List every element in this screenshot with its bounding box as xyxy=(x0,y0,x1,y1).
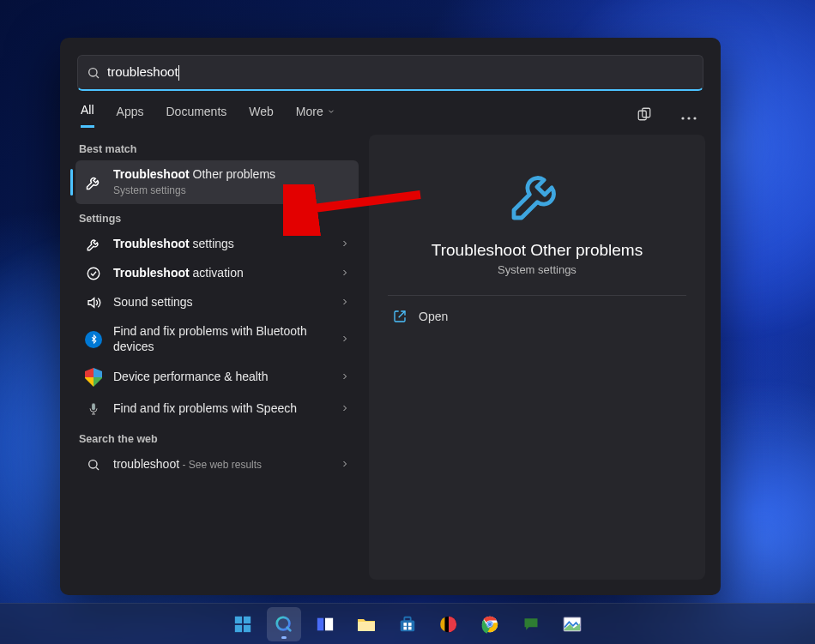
check-circle-icon xyxy=(84,266,103,281)
svg-line-1 xyxy=(96,75,99,78)
app-link-icon xyxy=(637,106,652,122)
svg-rect-24 xyxy=(401,620,415,631)
result-best-match[interactable]: Troubleshoot Other problems System setti… xyxy=(75,160,359,204)
svg-line-13 xyxy=(96,467,99,470)
svg-point-7 xyxy=(88,268,100,280)
result-troubleshoot-activation[interactable]: Troubleshoot activation xyxy=(75,259,359,288)
preview-title: Troubleshoot Other problems xyxy=(432,241,643,260)
svg-line-20 xyxy=(287,627,291,630)
chevron-right-icon xyxy=(340,457,350,472)
open-external-icon xyxy=(393,310,407,323)
divider xyxy=(388,295,686,296)
results-list: Best match Troubleshoot Other problems S… xyxy=(75,135,359,580)
search-quick-app-button[interactable] xyxy=(633,103,655,128)
chevron-right-icon xyxy=(340,295,350,310)
wrench-icon xyxy=(84,237,103,252)
wrench-icon xyxy=(506,164,568,229)
svg-rect-22 xyxy=(325,617,333,630)
search-options-button[interactable] xyxy=(678,105,700,126)
task-view-icon xyxy=(316,615,335,634)
speaker-icon xyxy=(84,295,103,310)
svg-point-6 xyxy=(693,117,696,119)
tab-web[interactable]: Web xyxy=(249,105,274,127)
result-speech-troubleshoot[interactable]: Find and fix problems with Speech xyxy=(75,394,359,424)
result-bluetooth-troubleshoot[interactable]: Find and fix problems with Bluetooth dev… xyxy=(75,317,359,361)
chevron-right-icon xyxy=(340,266,350,281)
microsoft-store-button[interactable] xyxy=(390,607,425,641)
svg-rect-16 xyxy=(244,616,251,623)
search-icon xyxy=(87,66,100,80)
microphone-icon xyxy=(84,400,103,418)
svg-rect-18 xyxy=(244,624,251,631)
preview-subtitle: System settings xyxy=(498,263,577,276)
svg-rect-25 xyxy=(404,617,410,621)
chrome-button[interactable] xyxy=(473,607,507,641)
chevron-down-icon xyxy=(327,107,335,116)
result-device-health[interactable]: Device performance & health xyxy=(75,361,359,394)
section-settings: Settings xyxy=(79,213,359,225)
open-button[interactable]: Open xyxy=(388,303,686,330)
start-search-panel: troubleshoot All Apps Documents Web More… xyxy=(60,38,721,595)
search-input[interactable]: troubleshoot xyxy=(100,64,694,81)
svg-point-5 xyxy=(687,117,690,119)
result-troubleshoot-settings[interactable]: Troubleshoot settings xyxy=(75,230,359,259)
result-preview-pane: Troubleshoot Other problems System setti… xyxy=(369,135,705,580)
chat-icon xyxy=(522,616,540,633)
wrench-icon xyxy=(84,174,103,191)
file-explorer-button[interactable] xyxy=(349,607,383,641)
svg-rect-23 xyxy=(358,622,375,631)
windows-logo-icon xyxy=(233,615,252,634)
search-icon xyxy=(84,458,103,472)
result-sound-settings[interactable]: Sound settings xyxy=(75,288,359,317)
bluetooth-icon xyxy=(84,331,103,348)
chevron-right-icon xyxy=(340,401,350,417)
start-button[interactable] xyxy=(226,607,260,641)
circle-app-icon xyxy=(439,615,458,634)
app-icon-1[interactable] xyxy=(432,607,466,641)
taskbar-search-button[interactable] xyxy=(267,607,301,641)
svg-rect-28 xyxy=(403,626,407,629)
svg-rect-17 xyxy=(235,624,242,631)
search-scope-tabs: All Apps Documents Web More xyxy=(60,91,721,128)
app-icon-3[interactable] xyxy=(555,607,589,641)
store-icon xyxy=(398,615,417,634)
svg-rect-15 xyxy=(235,616,242,623)
tab-more[interactable]: More xyxy=(296,105,335,127)
svg-point-12 xyxy=(89,460,97,468)
tab-documents[interactable]: Documents xyxy=(166,105,226,127)
svg-rect-21 xyxy=(317,617,323,630)
search-box[interactable]: troubleshoot xyxy=(77,55,703,91)
section-search-web: Search the web xyxy=(79,433,359,445)
tab-all[interactable]: All xyxy=(81,103,94,128)
tab-apps[interactable]: Apps xyxy=(117,105,144,127)
svg-point-4 xyxy=(681,117,684,119)
taskbar xyxy=(0,603,815,644)
chevron-right-icon xyxy=(340,237,350,252)
shield-icon xyxy=(84,368,103,387)
result-web-search[interactable]: troubleshoot - See web results xyxy=(75,450,359,479)
chrome-icon xyxy=(480,615,499,634)
section-best-match: Best match xyxy=(79,143,359,155)
app-icon-2[interactable] xyxy=(514,607,548,641)
chevron-right-icon xyxy=(340,332,350,347)
svg-rect-29 xyxy=(408,626,412,629)
svg-rect-26 xyxy=(403,623,407,626)
folder-icon xyxy=(356,616,377,633)
ellipsis-icon xyxy=(681,117,697,120)
svg-marker-8 xyxy=(88,298,94,308)
picture-icon xyxy=(563,617,582,632)
task-view-button[interactable] xyxy=(308,607,342,641)
search-icon xyxy=(275,615,293,634)
svg-point-0 xyxy=(89,68,97,75)
svg-rect-27 xyxy=(408,623,412,626)
svg-rect-9 xyxy=(92,403,95,410)
chevron-right-icon xyxy=(340,370,350,385)
svg-point-34 xyxy=(488,622,492,625)
